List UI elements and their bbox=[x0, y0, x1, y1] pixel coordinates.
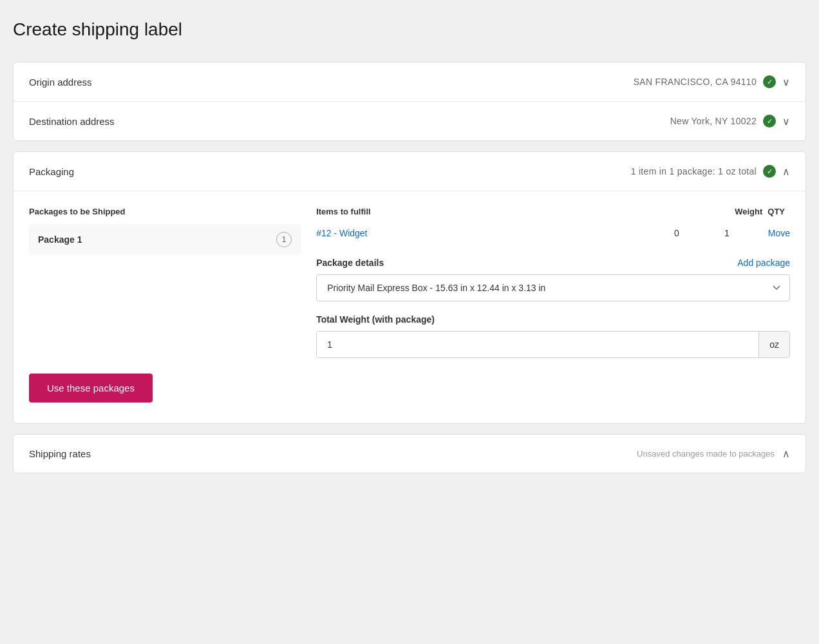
origin-address-right: SAN FRANCISCO, CA 94110 ✓ ∨ bbox=[634, 75, 790, 88]
item-row: #12 - Widget 0 1 Move bbox=[316, 224, 790, 242]
weight-unit-label: oz bbox=[758, 332, 789, 357]
page-title: Create shipping label bbox=[13, 13, 806, 46]
package-1-row[interactable]: Package 1 1 bbox=[29, 224, 301, 255]
origin-address-label: Origin address bbox=[29, 77, 92, 88]
weight-input-row: oz bbox=[316, 331, 790, 358]
origin-address-value: SAN FRANCISCO, CA 94110 bbox=[634, 77, 757, 87]
left-column: Packages to be Shipped Package 1 1 bbox=[29, 207, 301, 358]
package-type-select[interactable]: Priority Mail Express Box - 15.63 in x 1… bbox=[316, 274, 790, 301]
total-weight-section: Total Weight (with package) oz bbox=[316, 314, 790, 358]
add-package-link[interactable]: Add package bbox=[737, 258, 790, 268]
qty-header: QTY bbox=[767, 207, 785, 216]
item-link[interactable]: #12 - Widget bbox=[316, 228, 646, 238]
destination-address-chevron-down-icon[interactable]: ∨ bbox=[782, 115, 790, 128]
packaging-summary: 1 item in 1 package: 1 oz total bbox=[631, 166, 757, 176]
weight-header: Weight bbox=[735, 207, 762, 216]
package-1-badge: 1 bbox=[276, 232, 292, 247]
total-weight-label: Total Weight (with package) bbox=[316, 314, 790, 325]
destination-address-value: New York, NY 10022 bbox=[670, 116, 757, 126]
origin-address-card: Origin address SAN FRANCISCO, CA 94110 ✓… bbox=[13, 62, 806, 141]
right-column: Items to fulfill Weight QTY #12 - Widget… bbox=[301, 207, 790, 358]
shipping-rates-right: Unsaved changes made to packages ∧ bbox=[637, 448, 790, 460]
shipping-rates-card: Shipping rates Unsaved changes made to p… bbox=[13, 434, 806, 473]
move-link[interactable]: Move bbox=[751, 228, 790, 238]
packaging-card: Packaging 1 item in 1 package: 1 oz tota… bbox=[13, 151, 806, 424]
packaging-chevron-up-icon[interactable]: ∧ bbox=[782, 166, 790, 178]
origin-address-row[interactable]: Origin address SAN FRANCISCO, CA 94110 ✓… bbox=[14, 62, 805, 102]
origin-address-check-icon: ✓ bbox=[763, 75, 776, 88]
packaging-body: Packages to be Shipped Package 1 1 Items… bbox=[14, 191, 805, 423]
packaging-columns: Packages to be Shipped Package 1 1 Items… bbox=[29, 207, 790, 358]
packaging-label: Packaging bbox=[29, 166, 74, 177]
package-details-section: Package details Add package Priority Mai… bbox=[316, 258, 790, 301]
shipping-rates-label: Shipping rates bbox=[29, 448, 91, 459]
destination-address-label: Destination address bbox=[29, 116, 115, 127]
weight-input[interactable] bbox=[317, 332, 758, 357]
package-details-header: Package details Add package bbox=[316, 258, 790, 268]
packaging-header-right: 1 item in 1 package: 1 oz total ✓ ∧ bbox=[631, 165, 790, 178]
package-1-name: Package 1 bbox=[38, 234, 82, 245]
items-header-row: Items to fulfill Weight QTY bbox=[316, 207, 790, 224]
items-to-fulfill-header: Items to fulfill bbox=[316, 207, 730, 216]
destination-address-right: New York, NY 10022 ✓ ∨ bbox=[670, 115, 790, 128]
item-weight: 0 bbox=[651, 228, 702, 238]
unsaved-changes-text: Unsaved changes made to packages bbox=[637, 449, 775, 459]
packaging-check-icon: ✓ bbox=[763, 165, 776, 178]
origin-address-chevron-down-icon[interactable]: ∨ bbox=[782, 76, 790, 88]
destination-address-check-icon: ✓ bbox=[763, 115, 776, 128]
destination-address-row[interactable]: Destination address New York, NY 10022 ✓… bbox=[14, 102, 805, 140]
packaging-header[interactable]: Packaging 1 item in 1 package: 1 oz tota… bbox=[14, 152, 805, 191]
item-qty: 1 bbox=[708, 228, 746, 238]
packages-column-header: Packages to be Shipped bbox=[29, 207, 301, 224]
package-details-label: Package details bbox=[316, 258, 384, 268]
shipping-rates-chevron-up-icon[interactable]: ∧ bbox=[782, 448, 790, 460]
use-packages-button[interactable]: Use these packages bbox=[29, 374, 153, 402]
shipping-rates-header[interactable]: Shipping rates Unsaved changes made to p… bbox=[14, 435, 805, 473]
